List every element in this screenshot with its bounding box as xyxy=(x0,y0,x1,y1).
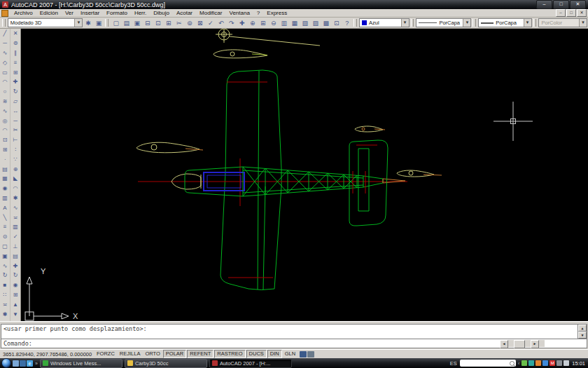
drawing-canvas[interactable]: Y X xyxy=(21,29,588,321)
solid-tool[interactable]: ■ xyxy=(1,280,10,290)
menu-item[interactable]: Modificar xyxy=(196,10,225,16)
copy-object-tool[interactable]: ⊚ xyxy=(11,39,20,48)
line-tool[interactable]: ╱ xyxy=(1,29,10,39)
revision-cloud-tool[interactable]: ≋ xyxy=(1,97,10,107)
new-icon[interactable]: ▢ xyxy=(111,18,121,27)
mirror-tool[interactable]: ∥ xyxy=(11,48,20,58)
internet-explorer-icon[interactable]: e xyxy=(27,360,33,367)
workspace-settings-gear-icon[interactable]: ✱ xyxy=(83,18,93,27)
point-tool[interactable]: ∙ xyxy=(1,154,10,164)
table-tool[interactable]: ▥ xyxy=(1,193,10,203)
command-history[interactable]: <usar primer punto como desplazamiento>:… xyxy=(1,324,587,339)
menu-item[interactable]: Archivo xyxy=(10,10,36,16)
statusbar-tray-icon-2[interactable] xyxy=(307,351,314,357)
chevron-down-icon[interactable]: ▼ xyxy=(74,19,82,27)
workspace-combobox[interactable]: Modelado 3D ▼ xyxy=(8,18,83,27)
gradient-tool[interactable]: ▦ xyxy=(1,174,10,184)
properties-tool[interactable]: ▥ xyxy=(11,222,20,232)
wipeout-tool[interactable]: ▢ xyxy=(1,242,10,252)
divide-tool[interactable]: ∷ xyxy=(1,290,10,300)
trim-tool[interactable]: ✂ xyxy=(11,125,20,135)
menu-item[interactable]: Acotar xyxy=(173,10,196,16)
status-toggle[interactable]: REJILLA xyxy=(118,350,143,357)
mdi-close-button[interactable]: ✕ xyxy=(577,9,587,17)
sketch-tool[interactable]: ✱ xyxy=(1,309,10,319)
mdi-restore-button[interactable]: □ xyxy=(566,9,576,17)
menu-item[interactable]: Express xyxy=(263,10,290,16)
save-workspace-icon[interactable]: ▣ xyxy=(93,18,104,27)
3d-move-tool[interactable]: ✚ xyxy=(11,261,20,271)
toolbar-grip[interactable] xyxy=(411,19,414,27)
color-combobox[interactable]: Azul ▼ xyxy=(359,18,409,27)
toolbar-grip[interactable] xyxy=(2,19,6,27)
tool-palettes-icon[interactable]: ▧ xyxy=(300,18,310,27)
open-icon[interactable]: ▤ xyxy=(121,18,132,27)
boundary-tool[interactable]: ▣ xyxy=(1,251,10,261)
lengthen-tool[interactable]: ─ xyxy=(11,116,20,125)
join-tool[interactable]: ⊕ xyxy=(11,164,20,174)
zoom-previous-icon[interactable]: ⊖ xyxy=(268,18,279,27)
toolbar-grip[interactable] xyxy=(105,19,108,27)
tray-app-1-icon[interactable] xyxy=(522,360,527,366)
multiline-text-tool[interactable]: A xyxy=(1,203,10,212)
3d-rotate-tool[interactable]: ↻ xyxy=(11,271,20,280)
toolbar-grip[interactable] xyxy=(354,19,357,27)
menu-item[interactable]: Ver xyxy=(62,10,77,16)
save-icon[interactable]: ▣ xyxy=(132,18,142,27)
pan-icon[interactable]: ✚ xyxy=(237,18,247,27)
command-hscrollbar[interactable]: ◀ ▶ xyxy=(500,340,545,347)
maximize-button[interactable]: □ xyxy=(553,0,569,9)
linetype-combobox[interactable]: PorCapa ▼ xyxy=(416,18,471,27)
properties-icon[interactable]: ▥ xyxy=(279,18,289,27)
mdi-minimize-button[interactable]: – xyxy=(556,9,566,17)
tray-app-3-icon[interactable] xyxy=(536,360,541,366)
plot-preview-icon[interactable]: ⊡ xyxy=(153,18,163,27)
ray-tool[interactable]: ╲ xyxy=(1,212,10,222)
erase-tool[interactable]: ✕ xyxy=(11,29,20,39)
match-properties-icon[interactable]: ✓ xyxy=(205,18,216,27)
statusbar-tray-icon-1[interactable] xyxy=(300,351,307,357)
undo-icon[interactable]: ↶ xyxy=(216,18,226,27)
extend-tool[interactable]: ⊢ xyxy=(11,135,20,145)
toolbar-grip[interactable] xyxy=(472,19,476,27)
scroll-right-icon[interactable]: ▶ xyxy=(531,340,539,348)
cut-icon[interactable]: ✂ xyxy=(174,18,184,27)
paste-icon[interactable]: ⊠ xyxy=(195,18,205,27)
designcenter-icon[interactable]: ▦ xyxy=(289,18,300,27)
menu-item[interactable]: Formato xyxy=(103,10,131,16)
helix-tool[interactable]: ↻ xyxy=(1,271,10,280)
lineweight-combobox[interactable]: PorCapa ▼ xyxy=(478,18,531,27)
status-toggle[interactable]: GLN xyxy=(283,350,298,357)
circle-tool[interactable]: ○ xyxy=(1,87,10,97)
rectangle-tool[interactable]: ▭ xyxy=(1,67,10,77)
taskbar-task-button[interactable]: Carby3D 50cc xyxy=(125,359,207,368)
measure-tool[interactable]: ≍ xyxy=(1,299,10,309)
menu-item[interactable]: Insertar xyxy=(77,10,103,16)
scroll-left-icon[interactable]: ◀ xyxy=(500,340,508,348)
taskbar-task-button[interactable]: Windows Live Mess... xyxy=(40,359,122,368)
zoom-realtime-icon[interactable]: ⊕ xyxy=(247,18,258,27)
bring-to-front-tool[interactable]: ▲ xyxy=(11,299,20,309)
hatch-tool[interactable]: ▤ xyxy=(1,164,10,174)
rotate-tool[interactable]: ↻ xyxy=(11,87,20,97)
chamfer-tool[interactable]: ◣ xyxy=(11,174,20,184)
desktop-search-input[interactable] xyxy=(460,360,516,367)
construction-line-tool[interactable]: ─ xyxy=(1,39,10,48)
polyline-edit-tool[interactable]: ∿ xyxy=(11,203,20,212)
polyline-tool[interactable]: ∿ xyxy=(1,48,10,58)
scroll-thumb[interactable] xyxy=(514,340,525,348)
explode-tool[interactable]: ✱ xyxy=(11,193,20,203)
layers-tool[interactable]: ▤ xyxy=(11,251,20,261)
show-desktop-icon[interactable] xyxy=(13,360,19,367)
menu-item[interactable]: Ventana xyxy=(225,10,253,16)
make-block-tool[interactable]: ⊞ xyxy=(1,145,10,155)
ellipse-tool[interactable]: ◎ xyxy=(1,116,10,125)
sheet-set-manager-icon[interactable]: ▨ xyxy=(310,18,321,27)
multiline-tool[interactable]: ≡ xyxy=(1,222,10,232)
donut-tool[interactable]: ⊙ xyxy=(1,232,10,242)
polygon-tool[interactable]: ◇ xyxy=(1,57,10,67)
menu-item[interactable]: Dibujo xyxy=(150,10,173,16)
group-tool[interactable]: ⊞ xyxy=(11,290,20,300)
language-indicator[interactable]: ES xyxy=(449,360,458,367)
send-to-back-tool[interactable]: ▼ xyxy=(11,309,20,319)
